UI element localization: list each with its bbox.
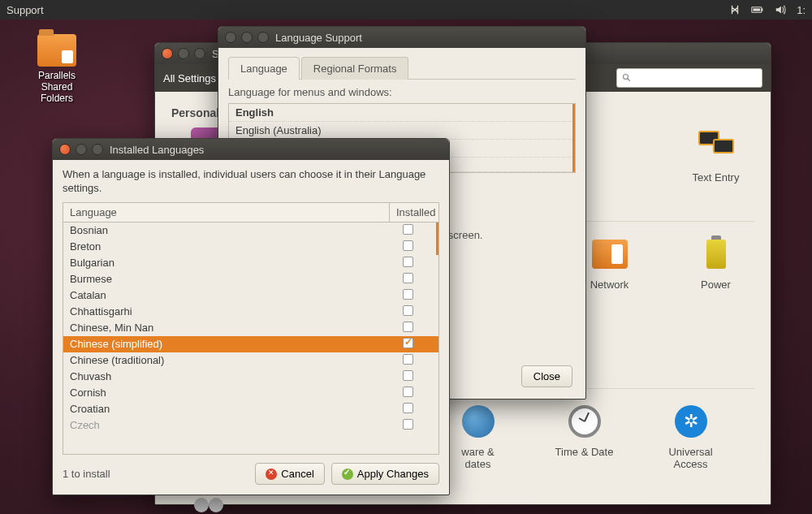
close-button[interactable]: Close <box>521 365 572 387</box>
column-language[interactable]: Language <box>63 203 390 222</box>
window-title: Installed Languages <box>110 144 204 156</box>
window-controls <box>225 32 269 43</box>
desktop-icon-label: Parallels Shared Folders <box>24 70 89 104</box>
window-minimize-icon[interactable] <box>178 48 189 59</box>
all-settings-button[interactable]: All Settings <box>163 72 216 84</box>
dialog-footer: 1 to install Cancel Apply Changes <box>63 455 439 485</box>
hint-text: n screen. <box>439 229 576 241</box>
checkbox[interactable] <box>383 370 432 383</box>
settings-item-user-accounts[interactable]: User Accounts <box>171 493 248 514</box>
scrollbar[interactable] <box>436 222 438 255</box>
checkbox[interactable] <box>383 273 432 286</box>
table-row[interactable]: Croatian <box>63 401 438 417</box>
checkbox[interactable] <box>383 289 432 302</box>
folder-icon <box>37 34 76 67</box>
battery-indicator-icon[interactable] <box>751 4 764 15</box>
window-title: Language Support <box>275 32 362 44</box>
checkbox[interactable] <box>383 240 432 253</box>
table-row[interactable]: Burmese <box>63 271 438 287</box>
checkbox[interactable] <box>383 322 432 335</box>
checkbox-checked[interactable] <box>383 338 432 351</box>
tab-bar: Language Regional Formats <box>228 56 576 80</box>
universal-access-icon: ✲ <box>672 402 710 441</box>
list-item[interactable]: English <box>229 104 575 122</box>
instructions-text: When a language is installed, individual… <box>63 168 439 196</box>
network-indicator-icon[interactable] <box>728 4 741 15</box>
table-row-selected[interactable]: Chinese (simplified) <box>63 336 438 352</box>
settings-item-text-entry[interactable]: Text Entry <box>677 127 754 184</box>
table-row[interactable]: Breton <box>63 239 438 255</box>
languages-table[interactable]: Bosnian Breton Bulgarian Burmese Catalan… <box>63 222 439 455</box>
checkbox[interactable] <box>383 257 432 270</box>
window-header[interactable]: Language Support <box>218 27 585 48</box>
scrollbar[interactable] <box>572 104 575 172</box>
column-installed[interactable]: Installed <box>390 203 438 222</box>
panel-title: Support <box>6 4 728 16</box>
svg-point-3 <box>624 75 628 80</box>
checkbox[interactable] <box>383 224 432 237</box>
window-close-icon[interactable] <box>225 32 236 43</box>
window-minimize-icon[interactable] <box>241 32 253 43</box>
settings-item-label: Power <box>677 279 754 291</box>
hint-text: e. <box>439 192 576 205</box>
indicator-area: 1: <box>728 4 806 16</box>
tab-language[interactable]: Language <box>228 57 300 80</box>
settings-item-software-updates[interactable]: ware & dates <box>439 402 516 470</box>
user-accounts-icon <box>191 493 230 514</box>
tab-regional-formats[interactable]: Regional Formats <box>301 57 409 80</box>
window-controls <box>59 144 103 155</box>
table-row[interactable]: Chinese (traditional) <box>63 352 438 369</box>
window-controls <box>162 48 205 59</box>
table-header: Language Installed <box>63 202 439 222</box>
window-maximize-icon[interactable] <box>257 32 269 43</box>
apply-icon <box>342 469 353 480</box>
list-item[interactable]: English (Australia) <box>229 122 575 140</box>
window-header[interactable]: Installed Languages <box>53 139 449 160</box>
installed-languages-body: When a language is installed, individual… <box>53 160 449 495</box>
network-icon <box>590 235 629 274</box>
settings-item-label: Time & Date <box>546 446 623 458</box>
table-row[interactable]: Chinese, Min Nan <box>63 320 438 336</box>
table-row[interactable]: Chuvash <box>63 369 438 385</box>
settings-item-time-date[interactable]: Time & Date <box>546 402 623 470</box>
window-maximize-icon[interactable] <box>194 48 205 59</box>
installed-languages-dialog: Installed Languages When a language is i… <box>52 138 450 495</box>
desktop-icon-parallels[interactable]: Parallels Shared Folders <box>24 34 89 104</box>
search-icon <box>622 73 632 83</box>
settings-search-input[interactable] <box>616 68 762 88</box>
checkbox[interactable] <box>383 403 432 416</box>
time-date-icon <box>565 402 604 441</box>
sound-indicator-icon[interactable] <box>774 4 787 15</box>
checkbox[interactable] <box>383 305 432 318</box>
svg-rect-1 <box>762 8 763 11</box>
checkbox[interactable] <box>383 354 432 367</box>
table-row[interactable]: Chhattisgarhi <box>63 304 438 320</box>
cancel-icon <box>266 469 277 480</box>
window-close-icon[interactable] <box>162 48 173 59</box>
clock-indicator[interactable]: 1: <box>797 4 806 16</box>
settings-item-label: Text Entry <box>677 171 754 184</box>
table-row[interactable]: Catalan <box>63 287 438 304</box>
install-status: 1 to install <box>63 468 248 480</box>
software-updates-icon <box>459 402 498 441</box>
svg-line-4 <box>628 79 630 81</box>
window-close-icon[interactable] <box>59 144 71 155</box>
table-row[interactable]: Bulgarian <box>63 255 438 271</box>
window-minimize-icon[interactable] <box>76 144 87 155</box>
svg-rect-2 <box>754 8 761 11</box>
window-maximize-icon[interactable] <box>92 144 103 155</box>
language-list-label: Language for menus and windows: <box>228 86 576 98</box>
settings-item-power[interactable]: Power <box>677 235 754 291</box>
checkbox[interactable] <box>383 387 432 400</box>
table-row[interactable]: Czech <box>63 417 438 434</box>
top-panel: Support 1: <box>0 0 812 19</box>
settings-item-label: ware & dates <box>439 446 516 470</box>
checkbox[interactable] <box>383 419 432 432</box>
table-row[interactable]: Cornish <box>63 385 438 401</box>
table-row[interactable]: Bosnian <box>63 222 438 239</box>
cancel-button[interactable]: Cancel <box>255 463 324 485</box>
settings-item-label: Universal Access <box>652 446 729 470</box>
power-icon <box>697 235 736 274</box>
settings-item-universal-access[interactable]: ✲ Universal Access <box>652 402 729 470</box>
apply-changes-button[interactable]: Apply Changes <box>331 463 439 485</box>
